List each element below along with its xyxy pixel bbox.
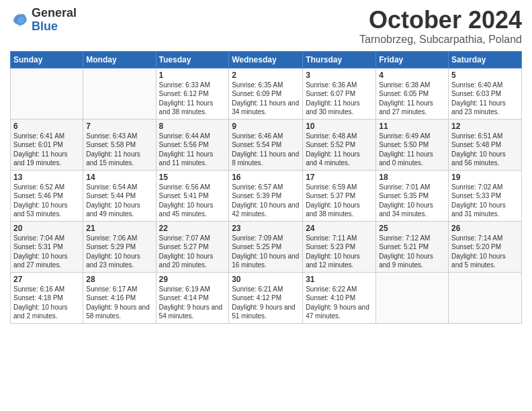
day-number: 6	[13, 122, 80, 131]
calendar-cell: 13Sunrise: 6:52 AMSunset: 5:46 PMDayligh…	[11, 170, 83, 221]
logo-text: General Blue	[32, 7, 77, 34]
weekday-header: Tuesday	[156, 51, 229, 68]
calendar-cell: 7Sunrise: 6:43 AMSunset: 5:58 PMDaylight…	[83, 119, 156, 170]
calendar-week-row: 6Sunrise: 6:41 AMSunset: 6:01 PMDaylight…	[11, 119, 522, 170]
day-number: 22	[159, 224, 226, 233]
day-number: 10	[306, 122, 373, 131]
day-number: 13	[13, 173, 80, 182]
calendar-cell: 30Sunrise: 6:21 AMSunset: 4:12 PMDayligh…	[229, 272, 303, 323]
logo-general: General	[32, 7, 77, 20]
calendar-cell: 24Sunrise: 7:11 AMSunset: 5:23 PMDayligh…	[303, 221, 376, 272]
calendar-cell: 17Sunrise: 6:59 AMSunset: 5:37 PMDayligh…	[303, 170, 376, 221]
day-info: Sunrise: 7:06 AMSunset: 5:29 PMDaylight:…	[86, 234, 152, 270]
title-block: October 2024 Tarnobrzeg, Subcarpathia, P…	[359, 7, 522, 46]
day-number: 31	[306, 275, 373, 284]
day-number: 29	[159, 275, 226, 284]
day-info: Sunrise: 6:56 AMSunset: 5:41 PMDaylight:…	[159, 183, 226, 219]
calendar-week-row: 13Sunrise: 6:52 AMSunset: 5:46 PMDayligh…	[11, 170, 522, 221]
day-info: Sunrise: 7:12 AMSunset: 5:21 PMDaylight:…	[379, 234, 445, 270]
day-info: Sunrise: 6:17 AMSunset: 4:16 PMDaylight:…	[86, 285, 152, 321]
month-title: October 2024	[359, 7, 522, 34]
day-info: Sunrise: 6:57 AMSunset: 5:39 PMDaylight:…	[232, 183, 300, 219]
weekday-header: Sunday	[11, 51, 83, 68]
day-info: Sunrise: 6:38 AMSunset: 6:05 PMDaylight:…	[379, 81, 445, 117]
day-number: 9	[232, 122, 300, 131]
day-info: Sunrise: 6:59 AMSunset: 5:37 PMDaylight:…	[306, 183, 373, 219]
day-number: 3	[306, 71, 373, 80]
day-info: Sunrise: 6:33 AMSunset: 6:12 PMDaylight:…	[159, 81, 226, 117]
calendar-cell: 28Sunrise: 6:17 AMSunset: 4:16 PMDayligh…	[83, 272, 156, 323]
day-info: Sunrise: 7:11 AMSunset: 5:23 PMDaylight:…	[306, 234, 373, 270]
calendar-header-row: SundayMondayTuesdayWednesdayThursdayFrid…	[11, 51, 522, 68]
day-info: Sunrise: 7:09 AMSunset: 5:25 PMDaylight:…	[232, 234, 300, 270]
calendar-cell: 21Sunrise: 7:06 AMSunset: 5:29 PMDayligh…	[83, 221, 156, 272]
day-number: 26	[451, 224, 519, 233]
day-number: 28	[86, 275, 152, 284]
calendar-cell: 11Sunrise: 6:49 AMSunset: 5:50 PMDayligh…	[376, 119, 449, 170]
day-info: Sunrise: 7:04 AMSunset: 5:31 PMDaylight:…	[13, 234, 80, 270]
day-number: 8	[159, 122, 226, 131]
day-number: 16	[232, 173, 300, 182]
calendar-week-row: 1Sunrise: 6:33 AMSunset: 6:12 PMDaylight…	[11, 68, 522, 119]
weekday-header: Monday	[83, 51, 156, 68]
logo: General Blue	[10, 7, 77, 34]
day-number: 30	[232, 275, 300, 284]
day-info: Sunrise: 6:48 AMSunset: 5:52 PMDaylight:…	[306, 132, 373, 168]
day-number: 4	[379, 71, 445, 80]
day-info: Sunrise: 6:19 AMSunset: 4:14 PMDaylight:…	[159, 285, 226, 321]
calendar-cell: 29Sunrise: 6:19 AMSunset: 4:14 PMDayligh…	[156, 272, 229, 323]
day-number: 1	[159, 71, 226, 80]
day-number: 7	[86, 122, 152, 131]
calendar-table: SundayMondayTuesdayWednesdayThursdayFrid…	[10, 51, 522, 324]
day-number: 23	[232, 224, 300, 233]
day-info: Sunrise: 7:01 AMSunset: 5:35 PMDaylight:…	[379, 183, 445, 219]
day-info: Sunrise: 6:41 AMSunset: 6:01 PMDaylight:…	[13, 132, 80, 168]
weekday-header: Friday	[376, 51, 449, 68]
calendar-cell: 16Sunrise: 6:57 AMSunset: 5:39 PMDayligh…	[229, 170, 303, 221]
calendar-cell: 8Sunrise: 6:44 AMSunset: 5:56 PMDaylight…	[156, 119, 229, 170]
day-number: 21	[86, 224, 152, 233]
calendar-cell: 20Sunrise: 7:04 AMSunset: 5:31 PMDayligh…	[11, 221, 83, 272]
day-number: 20	[13, 224, 80, 233]
day-number: 18	[379, 173, 445, 182]
weekday-header: Saturday	[449, 51, 522, 68]
calendar-cell	[83, 68, 156, 119]
calendar-week-row: 20Sunrise: 7:04 AMSunset: 5:31 PMDayligh…	[11, 221, 522, 272]
day-number: 5	[451, 71, 519, 80]
logo-blue: Blue	[32, 20, 77, 34]
calendar-cell: 2Sunrise: 6:35 AMSunset: 6:09 PMDaylight…	[229, 68, 303, 119]
calendar-cell: 27Sunrise: 6:16 AMSunset: 4:18 PMDayligh…	[11, 272, 83, 323]
day-info: Sunrise: 6:44 AMSunset: 5:56 PMDaylight:…	[159, 132, 226, 168]
calendar-cell: 25Sunrise: 7:12 AMSunset: 5:21 PMDayligh…	[376, 221, 449, 272]
day-number: 17	[306, 173, 373, 182]
calendar-cell: 10Sunrise: 6:48 AMSunset: 5:52 PMDayligh…	[303, 119, 376, 170]
day-info: Sunrise: 6:40 AMSunset: 6:03 PMDaylight:…	[451, 81, 519, 117]
calendar-cell	[449, 272, 522, 323]
calendar-cell: 14Sunrise: 6:54 AMSunset: 5:44 PMDayligh…	[83, 170, 156, 221]
weekday-header: Wednesday	[229, 51, 303, 68]
day-info: Sunrise: 6:36 AMSunset: 6:07 PMDaylight:…	[306, 81, 373, 117]
day-info: Sunrise: 6:43 AMSunset: 5:58 PMDaylight:…	[86, 132, 152, 168]
calendar-cell: 1Sunrise: 6:33 AMSunset: 6:12 PMDaylight…	[156, 68, 229, 119]
calendar-cell	[11, 68, 83, 119]
calendar-cell: 5Sunrise: 6:40 AMSunset: 6:03 PMDaylight…	[449, 68, 522, 119]
day-number: 19	[451, 173, 519, 182]
calendar-week-row: 27Sunrise: 6:16 AMSunset: 4:18 PMDayligh…	[11, 272, 522, 323]
day-info: Sunrise: 6:16 AMSunset: 4:18 PMDaylight:…	[13, 285, 80, 321]
day-number: 11	[379, 122, 445, 131]
calendar-cell	[376, 272, 449, 323]
calendar-cell: 19Sunrise: 7:02 AMSunset: 5:33 PMDayligh…	[449, 170, 522, 221]
day-number: 24	[306, 224, 373, 233]
calendar-cell: 18Sunrise: 7:01 AMSunset: 5:35 PMDayligh…	[376, 170, 449, 221]
day-info: Sunrise: 6:52 AMSunset: 5:46 PMDaylight:…	[13, 183, 80, 219]
calendar-cell: 23Sunrise: 7:09 AMSunset: 5:25 PMDayligh…	[229, 221, 303, 272]
calendar-cell: 6Sunrise: 6:41 AMSunset: 6:01 PMDaylight…	[11, 119, 83, 170]
logo-icon	[10, 11, 29, 30]
day-info: Sunrise: 6:51 AMSunset: 5:48 PMDaylight:…	[451, 132, 519, 168]
page-header: General Blue October 2024 Tarnobrzeg, Su…	[10, 7, 522, 46]
day-info: Sunrise: 7:02 AMSunset: 5:33 PMDaylight:…	[451, 183, 519, 219]
day-info: Sunrise: 6:35 AMSunset: 6:09 PMDaylight:…	[232, 81, 300, 117]
day-info: Sunrise: 7:14 AMSunset: 5:20 PMDaylight:…	[451, 234, 519, 270]
day-number: 14	[86, 173, 152, 182]
day-number: 25	[379, 224, 445, 233]
